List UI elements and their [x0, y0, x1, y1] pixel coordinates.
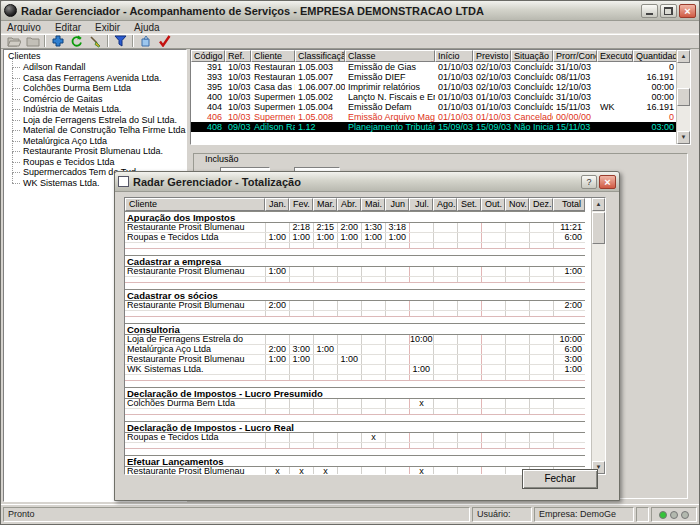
window-title: Radar Gerenciador - Acompanhamento de Se…	[21, 5, 641, 17]
service-row[interactable]: 40610/03Supermerc1.05.008Emissão Arquivo…	[191, 112, 676, 122]
service-cell: 03:00	[633, 122, 677, 132]
app-window: Radar Gerenciador - Acompanhamento de Se…	[0, 0, 700, 525]
service-row[interactable]: 40010/03Supermerc1.05.002Lançto N. Fisca…	[191, 92, 676, 102]
open-folder-icon[interactable]	[4, 34, 23, 48]
confirm-check-icon[interactable]	[155, 34, 174, 48]
sidebar-client-item[interactable]: Indústria de Metais Ltda.	[6, 104, 186, 115]
scroll-down-icon[interactable]: ▼	[677, 131, 690, 144]
sidebar-client-item[interactable]: Colchões Durma Bem Ltda	[6, 83, 186, 94]
totals-month-cell: 1:00	[385, 233, 409, 242]
totals-month-cell	[337, 335, 361, 344]
totals-month-cell	[289, 399, 313, 408]
client-name: Restaurante Prosit Blumenau Ltda.	[23, 146, 163, 156]
totals-month-cell	[265, 223, 289, 232]
sidebar-client-item[interactable]: Material de Construção Telha Firme Ltda.	[6, 125, 186, 136]
services-column-header[interactable]: Situação	[511, 50, 553, 62]
refresh-icon[interactable]	[67, 34, 86, 48]
fill-ink-icon[interactable]	[136, 34, 155, 48]
services-scrollbar[interactable]: ▲ ▼	[676, 50, 690, 144]
totals-month-cell	[433, 433, 457, 442]
fechar-button[interactable]: Fechar	[522, 469, 598, 489]
gray-led-icon	[681, 511, 689, 519]
restore-button[interactable]	[660, 4, 677, 18]
service-row[interactable]: 39510/03Casa das F1.06.007.003Imprimir r…	[191, 82, 676, 92]
folder-icon[interactable]	[23, 34, 42, 48]
totals-month-cell	[337, 301, 361, 310]
service-cell: 15/11/03	[553, 122, 597, 132]
scrollbar-thumb[interactable]	[592, 212, 605, 244]
totals-month-cell	[337, 399, 361, 408]
services-column-header[interactable]: Executor	[597, 50, 633, 62]
totals-month-cell	[313, 355, 337, 364]
inclusao-label: Inclusão	[202, 154, 242, 164]
service-cell: 10/03	[225, 62, 251, 72]
service-cell: 31/10/03	[553, 92, 597, 102]
service-row[interactable]: 39310/03Restaurant1.05.007Emissão DIEF01…	[191, 72, 676, 82]
totals-client-header: Cliente	[125, 198, 265, 211]
clean-broom-icon[interactable]	[86, 34, 105, 48]
dialog-close-button[interactable]: ×	[599, 175, 616, 189]
service-cell: Imprimir relatórios	[345, 82, 435, 92]
sidebar-client-item[interactable]: Loja de Ferragens Estrela do Sul Ltda.	[6, 115, 186, 126]
menu-editar[interactable]: Editar	[55, 22, 81, 33]
totals-month-cell	[457, 399, 481, 408]
totals-client-cell: Colchões Durma Bem Ltda	[125, 399, 265, 408]
dialog-help-button[interactable]: ?	[581, 175, 597, 189]
service-row[interactable]: 40410/03Supermerc1.05.004Emissão Defam01…	[191, 102, 676, 112]
totals-month-cell	[337, 365, 361, 374]
menu-ajuda[interactable]: Ajuda	[134, 22, 160, 33]
service-row[interactable]: 40809/03Adilson Ran1.12Planejamento Trib…	[191, 122, 676, 132]
totals-month-cell	[361, 365, 385, 374]
tree-root-clientes[interactable]: Clientes	[6, 51, 186, 62]
totals-month-cell	[433, 267, 457, 276]
service-cell: 02/10/03	[473, 62, 511, 72]
service-cell	[597, 72, 633, 82]
sidebar-client-item[interactable]: Casa das Ferragens Avenida Ltda.	[6, 73, 186, 84]
service-cell: Concluído	[511, 72, 553, 82]
scroll-up-icon[interactable]: ▲	[592, 198, 605, 211]
totals-month-cell	[409, 223, 433, 232]
totals-month-cell	[481, 223, 505, 232]
services-column-header[interactable]: Previsto	[473, 50, 511, 62]
menu-arquivo[interactable]: Arquivo	[7, 22, 41, 33]
totals-month-cell	[313, 433, 337, 442]
totals-total-cell: 10:00	[553, 335, 585, 344]
services-column-header[interactable]: Código	[191, 50, 225, 62]
dialog-scrollbar[interactable]: ▲ ▼	[591, 198, 605, 474]
services-column-header[interactable]: Classificação	[295, 50, 345, 62]
toolbar	[1, 34, 699, 49]
service-row[interactable]: 39110/03Restaurant1.05.003Emissão de Gia…	[191, 62, 676, 72]
sidebar-client-item[interactable]: Comércio de Gaitas	[6, 94, 186, 105]
close-icon: ×	[684, 5, 690, 17]
totals-total-cell: 3:00	[553, 355, 585, 364]
service-cell: Lançto N. Fiscais e Emissão	[345, 92, 435, 102]
totals-total-cell: 2:00	[553, 301, 585, 310]
service-cell: 406	[191, 112, 225, 122]
totals-row: Roupas e Tecidos Ltdax	[125, 433, 585, 443]
service-cell: 00:00	[633, 92, 677, 102]
totals-month-cell	[361, 267, 385, 276]
service-cell: 1.12	[295, 122, 345, 132]
filter-funnel-icon[interactable]	[111, 34, 130, 48]
totals-month-cell	[289, 433, 313, 442]
scroll-up-icon[interactable]: ▲	[677, 50, 690, 63]
menu-exibir[interactable]: Exibir	[95, 22, 120, 33]
add-icon[interactable]	[48, 34, 67, 48]
services-column-header[interactable]: Ref.	[225, 50, 251, 62]
sidebar-client-item[interactable]: Restaurante Prosit Blumenau Ltda.	[6, 146, 186, 157]
close-button[interactable]: ×	[679, 4, 696, 18]
service-cell: Supermerc	[251, 112, 295, 122]
sidebar-client-item[interactable]: Metalúrgica Aço Ltda	[6, 136, 186, 147]
services-column-header[interactable]: Início	[435, 50, 473, 62]
services-column-header[interactable]: Cliente	[251, 50, 295, 62]
services-column-header[interactable]: Quantidade	[633, 50, 677, 62]
services-column-header[interactable]: Prorr/Concl	[553, 50, 597, 62]
sidebar-client-item[interactable]: Roupas e Tecidos Ltda	[6, 157, 186, 168]
minimize-button[interactable]	[641, 4, 658, 18]
sidebar-client-item[interactable]: Adilson Randall	[6, 62, 186, 73]
service-cell: 15/09/03	[435, 122, 473, 132]
scrollbar-thumb[interactable]	[677, 88, 690, 106]
totals-month-cell	[529, 223, 553, 232]
services-column-header[interactable]: Classe	[345, 50, 435, 62]
client-name: Indústria de Metais Ltda.	[23, 104, 122, 114]
